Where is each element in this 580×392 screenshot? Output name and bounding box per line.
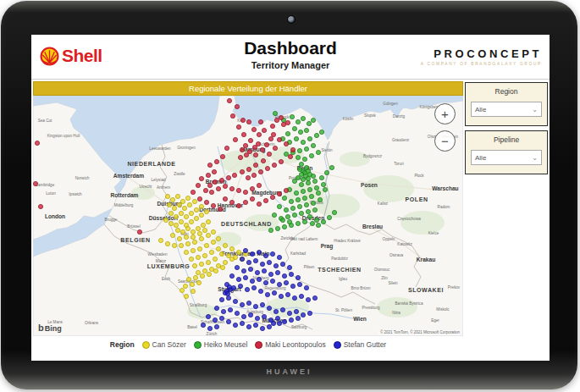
proconcept-name: PROCONCEPT xyxy=(421,47,542,60)
svg-text:Zlín: Zlín xyxy=(381,276,388,280)
legend-item-can-s-zer[interactable]: Can Sözer xyxy=(142,340,186,349)
svg-text:Brüssel: Brüssel xyxy=(127,224,140,229)
page-title: Dashboard xyxy=(158,38,423,58)
pipeline-filter-card: Pipeline Alle ⌄ xyxy=(465,130,548,174)
legend-item-label: Heiko Meusel xyxy=(204,340,248,349)
svg-text:Wiesbaden: Wiesbaden xyxy=(148,252,168,257)
svg-text:Cambridge: Cambridge xyxy=(36,183,55,187)
proconcept-tagline: A COMPANY OF BRANDGALAXY GROUP xyxy=(421,62,542,66)
region-filter-value: Alle xyxy=(475,106,486,113)
svg-text:Danzig: Danzig xyxy=(393,114,406,119)
svg-text:SLOWAKEI: SLOWAKEI xyxy=(408,287,444,293)
svg-text:Salzburg: Salzburg xyxy=(291,325,307,329)
legend-item-label: Stefan Gutter xyxy=(344,340,387,349)
legend-title: Region xyxy=(110,340,135,349)
chevron-down-icon: ⌄ xyxy=(532,154,538,162)
shell-logo-text: Shell xyxy=(62,46,102,66)
page-subtitle: Territory Manager xyxy=(158,60,423,70)
map-zoom-out-button[interactable]: − xyxy=(434,130,456,152)
svg-text:LUXEMBURG: LUXEMBURG xyxy=(147,263,191,269)
svg-text:Arnhem: Arnhem xyxy=(157,185,170,190)
svg-text:Brugge: Brugge xyxy=(105,218,118,222)
svg-text:Karlsbad: Karlsbad xyxy=(290,251,307,256)
bing-logo[interactable]: bBing xyxy=(38,323,62,333)
chevron-down-icon: ⌄ xyxy=(532,106,538,113)
svg-text:Prešov: Prešov xyxy=(448,285,461,290)
svg-text:Köslin: Köslin xyxy=(343,117,354,121)
svg-text:Toruń: Toruń xyxy=(394,162,404,166)
svg-text:NIEDERLANDE: NIEDERLANDE xyxy=(127,161,175,167)
svg-text:Ipswich: Ipswich xyxy=(69,192,82,196)
svg-text:Breslau: Breslau xyxy=(362,224,383,229)
svg-text:Zürich: Zürich xyxy=(207,332,218,336)
dashboard-header: Shell Dashboard Territory Manager PROCON… xyxy=(31,35,550,80)
svg-text:Prag: Prag xyxy=(321,243,334,250)
legend-dot-icon xyxy=(194,341,202,349)
svg-text:Lelystad: Lelystad xyxy=(151,178,166,182)
svg-text:BELGIEN: BELGIEN xyxy=(120,237,150,243)
svg-text:Bydgoszcz: Bydgoszcz xyxy=(363,154,383,158)
svg-text:Groningen: Groningen xyxy=(177,146,196,150)
svg-text:Silein: Silein xyxy=(388,281,398,285)
svg-text:Oppeln: Oppeln xyxy=(383,237,395,241)
svg-text:Brno Brünn: Brno Brünn xyxy=(351,286,371,290)
svg-text:Hradec Králové: Hradec Králové xyxy=(334,239,361,243)
svg-text:TSCHECHIEN: TSCHECHIEN xyxy=(318,267,362,273)
svg-text:DEUTSCHLAND: DEUTSCHLAND xyxy=(221,221,272,227)
svg-text:Basel: Basel xyxy=(187,325,197,329)
svg-text:Stettin: Stettin xyxy=(321,148,332,152)
svg-text:London: London xyxy=(45,213,65,219)
filters-panel: Region Alle ⌄ Pipeline Alle ⌄ xyxy=(465,82,548,179)
svg-text:Ústí nad Labem: Ústí nad Labem xyxy=(290,236,318,241)
svg-text:Graudenz: Graudenz xyxy=(392,138,410,142)
map-legend: Region Can SözerHeiko MeuselMaki Leontop… xyxy=(33,336,463,353)
svg-text:Kielce: Kielce xyxy=(428,231,439,235)
legend-item-heiko-meusel[interactable]: Heiko Meusel xyxy=(194,340,248,349)
svg-text:Kalisz: Kalisz xyxy=(378,202,389,206)
region-filter-card: Region Alle ⌄ xyxy=(465,82,548,126)
pipeline-filter-value: Alle xyxy=(475,154,486,162)
svg-text:Warschau: Warschau xyxy=(432,185,458,191)
svg-text:Luton: Luton xyxy=(46,191,56,196)
legend-item-stefan-gutter[interactable]: Stefan Gutter xyxy=(334,340,387,349)
svg-text:Sea Cut: Sea Cut xyxy=(38,119,52,123)
svg-text:Miskolc: Miskolc xyxy=(436,307,450,312)
svg-text:Mainz: Mainz xyxy=(156,259,167,263)
tablet-screen: Shell Dashboard Territory Manager PROCON… xyxy=(31,35,550,361)
region-filter-title: Region xyxy=(466,83,547,96)
map-zoom-in-button[interactable]: + xyxy=(434,103,456,124)
svg-text:Regensburg: Regensburg xyxy=(264,286,285,290)
svg-text:Olomouc: Olomouc xyxy=(374,268,390,272)
legend-item-maki-leontopoulos[interactable]: Maki Leontopoulos xyxy=(255,340,325,349)
svg-text:Zwolle: Zwolle xyxy=(174,172,185,176)
svg-text:Straßburg: Straßburg xyxy=(190,303,207,307)
huawei-brand-label: HUAWEI xyxy=(1,367,577,376)
svg-text:Utrecht: Utrecht xyxy=(140,185,153,189)
proconcept-logo: PROCONCEPT A COMPANY OF BRANDGALAXY GROU… xyxy=(421,47,542,66)
shell-pecten-icon xyxy=(40,47,59,66)
svg-text:Radom: Radom xyxy=(438,205,450,209)
legend-dot-icon xyxy=(334,341,341,349)
svg-text:Iglau: Iglau xyxy=(339,277,347,281)
front-camera-icon xyxy=(287,15,296,24)
svg-text:Wien: Wien xyxy=(353,316,367,322)
svg-text:Leeuwarden: Leeuwarden xyxy=(149,146,171,151)
svg-text:Słupsk: Słupsk xyxy=(364,113,376,118)
svg-text:Norwich: Norwich xyxy=(75,176,90,180)
svg-text:Pardubitz: Pardubitz xyxy=(331,257,348,261)
svg-text:Rotterdam: Rotterdam xyxy=(111,192,139,198)
pipeline-filter-select[interactable]: Alle ⌄ xyxy=(471,150,542,165)
svg-text:Pilsen: Pilsen xyxy=(304,265,315,269)
svg-text:Nitra: Nitra xyxy=(392,311,400,315)
svg-text:Płock: Płock xyxy=(414,174,424,178)
pipeline-filter-title: Pipeline xyxy=(466,131,547,144)
map[interactable]: NIEDERLANDEBELGIENLUXEMBURGDEUTSCHLANDPO… xyxy=(33,96,463,336)
svg-text:Posen: Posen xyxy=(361,182,378,188)
map-attribution: © 2021 TomTom, © 2021 Microsoft Corporat… xyxy=(378,330,461,334)
svg-text:Ostrava: Ostrava xyxy=(389,253,404,257)
svg-text:Orléans: Orléans xyxy=(85,321,99,325)
svg-text:Eger: Eger xyxy=(431,318,439,323)
region-filter-select[interactable]: Alle ⌄ xyxy=(471,102,542,117)
svg-text:Katowitz: Katowitz xyxy=(397,242,412,246)
svg-text:St. Pölten: St. Pölten xyxy=(335,308,352,312)
